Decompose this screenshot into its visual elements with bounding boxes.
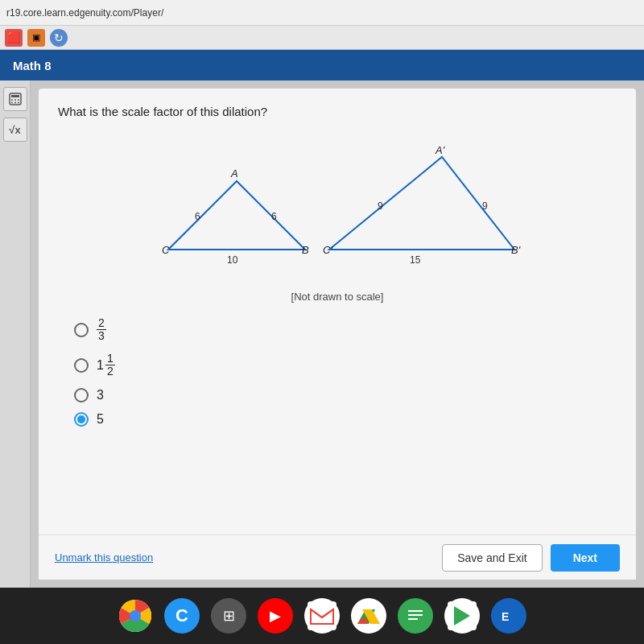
option-row-2[interactable]: 1 1 2 [74, 353, 617, 378]
browser-bar: r19.core.learn.edgenuity.com/Player/ [0, 0, 644, 26]
course-title: Math 8 [13, 59, 52, 72]
option-label-1: 2 3 [97, 317, 106, 343]
denominator-2: 2 [105, 365, 115, 378]
svg-text:9: 9 [378, 200, 383, 212]
radio-3[interactable] [74, 388, 89, 402]
calculator-button[interactable] [3, 87, 27, 111]
svg-text:15: 15 [410, 254, 421, 266]
svg-rect-28 [408, 610, 423, 612]
option-row-4[interactable]: 5 [74, 412, 617, 427]
not-to-scale-label: [Not drawn to scale] [58, 291, 617, 303]
taskbar-icon-2[interactable]: ▣ [27, 29, 45, 47]
svg-point-24 [130, 610, 141, 621]
svg-point-7 [18, 102, 19, 104]
svg-point-5 [11, 102, 13, 104]
gmail-icon[interactable] [304, 598, 340, 634]
grid-icon[interactable]: ⊞ [211, 598, 246, 634]
browser-url: r19.core.learn.edgenuity.com/Player/ [6, 7, 163, 19]
course-header: Math 8 [0, 50, 644, 80]
drive-icon[interactable] [351, 598, 386, 634]
taskbar-icon-1[interactable]: 🟥 [5, 29, 23, 47]
whole-part: 1 [97, 358, 104, 373]
svg-text:A': A' [435, 144, 445, 156]
youtube-icon[interactable]: ▶ [258, 598, 293, 634]
left-sidebar: √x [0, 80, 31, 588]
fraction-1-2: 1 2 [105, 353, 115, 378]
numerator-2: 1 [105, 353, 115, 365]
save-exit-button[interactable]: Save and Exit [442, 544, 542, 572]
c-app-icon[interactable]: C [164, 598, 200, 634]
fraction-2-3: 2 3 [97, 317, 106, 343]
svg-text:9: 9 [482, 200, 488, 212]
next-button[interactable]: Next [551, 544, 620, 572]
svg-text:E: E [502, 610, 509, 623]
sqrt-button[interactable]: √x [3, 118, 27, 142]
top-taskbar: 🟥 ▣ ↻ [0, 26, 644, 50]
svg-rect-29 [408, 614, 423, 616]
unmark-link[interactable]: Unmark this question [55, 551, 153, 564]
triangles-svg: A C B 6 6 10 A' C' B' [144, 133, 530, 286]
bottom-buttons: Save and Exit Next [442, 544, 620, 572]
radio-4-fill [77, 415, 85, 423]
svg-text:A: A [230, 167, 238, 180]
svg-text:6: 6 [271, 211, 277, 222]
diagram-area: A C B 6 6 10 A' C' B' [58, 133, 617, 286]
svg-point-2 [11, 99, 13, 101]
option-row-1[interactable]: 2 3 [74, 317, 617, 343]
sheets-icon[interactable] [398, 598, 433, 634]
numerator-1: 2 [97, 317, 106, 330]
radio-2[interactable] [74, 358, 89, 373]
svg-text:C': C' [323, 244, 332, 256]
svg-rect-25 [308, 601, 336, 630]
radio-4[interactable] [74, 412, 89, 427]
bottom-bar: Unmark this question Save and Exit Next [39, 535, 636, 580]
option-row-3[interactable]: 3 [74, 388, 617, 402]
svg-text:B: B [302, 244, 309, 256]
svg-text:B': B' [511, 244, 521, 256]
options-container: 2 3 1 1 2 [74, 317, 617, 427]
svg-marker-8 [168, 181, 305, 250]
taskbar-icon-3[interactable]: ↻ [50, 29, 68, 47]
svg-rect-30 [408, 618, 418, 620]
triangle-diagram: A C B 6 6 10 A' C' B' [144, 133, 530, 286]
main-content: √x What is the scale factor of this dila… [0, 80, 644, 588]
svg-text:C: C [162, 244, 170, 256]
question-text: What is the scale factor of this dilatio… [58, 105, 617, 118]
svg-rect-1 [11, 95, 19, 97]
play-store-icon[interactable] [444, 598, 480, 634]
svg-text:6: 6 [195, 211, 200, 222]
option-label-2: 1 1 2 [97, 353, 115, 378]
option-label-4: 5 [97, 412, 104, 427]
mixed-1-1-2: 1 1 2 [97, 353, 115, 378]
radio-1[interactable] [74, 323, 89, 337]
question-panel: What is the scale factor of this dilatio… [39, 89, 636, 580]
denominator-1: 3 [97, 330, 106, 342]
svg-text:10: 10 [227, 254, 238, 266]
svg-point-6 [14, 102, 16, 104]
chrome-icon[interactable] [118, 598, 153, 634]
svg-point-3 [14, 99, 16, 101]
blue-app-icon[interactable]: E [491, 598, 526, 634]
option-label-3: 3 [97, 388, 104, 402]
svg-point-4 [18, 99, 19, 101]
bottom-taskbar: C ⊞ ▶ E [0, 588, 644, 644]
